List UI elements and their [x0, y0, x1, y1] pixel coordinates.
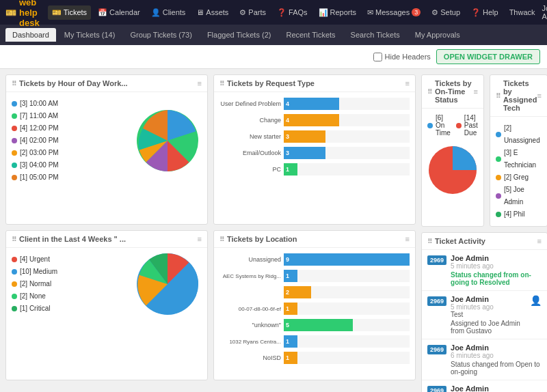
widget-hour-of-day: ⠿ Tickets by Hour of Day Work... ≡ [3] 1…: [5, 74, 208, 225]
legend-item: [7] 11:00 AM: [12, 110, 128, 122]
nav-thwack[interactable]: Thwack: [505, 5, 539, 19]
request-type-chart: User Defined Problem 4 Change 4 New star…: [214, 92, 415, 185]
subnav-my-approvals[interactable]: My Approvals: [408, 28, 467, 42]
legend-item: [2] 03:00 PM: [12, 147, 128, 159]
nav-setup[interactable]: ⚙ Setup: [427, 5, 464, 20]
widget-menu-icon[interactable]: ≡: [473, 87, 477, 96]
hide-headers-label[interactable]: Hide Headers: [373, 53, 431, 61]
nav-tickets[interactable]: 🎫 Tickets: [48, 5, 91, 20]
hour-of-day-pie: [133, 98, 202, 184]
nav-calendar[interactable]: 📅 Calendar: [94, 5, 144, 20]
subnav-my-tickets[interactable]: My Tickets (14): [57, 28, 122, 42]
legend-item: [4] Urgent: [12, 253, 128, 266]
widget-menu-icon[interactable]: ≡: [537, 92, 541, 100]
legend-item: [1] Critical: [12, 303, 128, 315]
location-chart: Unassigned 9 AEC Systems by Ridg... 1: [214, 248, 415, 374]
widget-request-type: ⠿ Tickets by Request Type ≡ User Defined…: [213, 74, 416, 225]
bar-row: AEC Systems by Ridg... 1: [219, 270, 410, 282]
ticket-badge[interactable]: 2969: [427, 345, 446, 354]
activity-user: Joe Admin: [451, 295, 526, 303]
brand-logo: 🎫 web help desk: [5, 0, 40, 28]
activity-content: Joe Admin 5 minutes ago Test Assigned to…: [451, 295, 526, 335]
subnav-search-tickets[interactable]: Search Tickets: [344, 28, 407, 42]
person-icon: 👤: [530, 295, 542, 306]
activity-content: Joe Admin 6 minutes ago Priority changed…: [451, 384, 542, 392]
subnav-group-tickets[interactable]: Group Tickets (73): [123, 28, 198, 42]
bar-row: PC 1: [219, 163, 410, 176]
legend-item: [6] On Time: [427, 114, 451, 137]
subnav-recent-tickets[interactable]: Recent Tickets: [279, 28, 342, 42]
clients-icon: 👤: [151, 8, 161, 17]
nav-assets[interactable]: 🖥 Assets: [192, 5, 232, 19]
ticket-badge[interactable]: 2969: [427, 386, 446, 392]
widget-client-header: ⠿ Client in the Last 4 Weeks " ... ≡: [6, 231, 207, 248]
on-time-chart-area: [6] On Time [14] Past Due: [422, 109, 483, 199]
widget-menu-icon[interactable]: ≡: [198, 79, 202, 87]
legend-item: [2] Unassigned: [496, 122, 542, 147]
activity-user: Joe Admin: [451, 344, 542, 352]
bar-row: 1032 Ryans Centra... 1: [219, 335, 410, 348]
legend-item: [4] 12:00 PM: [12, 122, 128, 135]
widget-menu-icon[interactable]: ≡: [405, 79, 410, 87]
drag-handle-icon[interactable]: ⠿: [496, 92, 501, 100]
client-pie: [133, 253, 202, 315]
main-content: ⠿ Tickets by Hour of Day Work... ≡ [3] 1…: [0, 69, 547, 392]
subnav-dashboard[interactable]: Dashboard: [5, 28, 56, 42]
assets-icon: 🖥: [196, 8, 204, 16]
widget-menu-icon[interactable]: ≡: [405, 235, 410, 243]
activity-item: 2969 Joe Admin 5 minutes ago Test Assign…: [422, 291, 547, 339]
ticket-activity-header: ⠿ Ticket Activity ≡: [422, 233, 547, 250]
messages-icon: ✉: [367, 8, 373, 17]
widget-assigned-tech-title: Tickets by Assigned Tech: [503, 79, 537, 112]
user-label: Joe Admin: [542, 4, 547, 20]
bar-row: Email/Outlook 3: [219, 147, 410, 159]
drag-handle-icon[interactable]: ⠿: [12, 80, 16, 87]
legend-item: [4] 02:00 PM: [12, 135, 128, 147]
reports-icon: 📊: [319, 8, 328, 17]
nav-help[interactable]: ❓ Help: [467, 5, 503, 20]
ticket-badge[interactable]: 2969: [427, 296, 446, 306]
nav-messages[interactable]: ✉ Messages 3: [363, 5, 425, 20]
assigned-tech-chart: [2] Unassigned [3] E Technician [2] Greg…: [490, 117, 547, 226]
nav-parts[interactable]: ⚙ Parts: [235, 5, 270, 20]
nav-reports[interactable]: 📊 Reports: [315, 5, 361, 20]
top-row: ⠿ Tickets by Hour of Day Work... ≡ [3] 1…: [5, 74, 416, 225]
activity-list: 2969 Joe Admin 5 minutes ago Status chan…: [422, 250, 547, 392]
widget-request-type-header: ⠿ Tickets by Request Type ≡: [214, 75, 415, 92]
open-widget-drawer-button[interactable]: OPEN WIDGET DRAWER: [436, 49, 540, 64]
activity-item: 2969 Joe Admin 5 minutes ago Status chan…: [422, 250, 547, 291]
activity-time: 5 minutes ago: [451, 262, 542, 270]
widget-menu-icon[interactable]: ≡: [198, 235, 202, 243]
legend-item: [10] Medium: [12, 266, 128, 278]
widget-on-time-header: ⠿ Tickets by On-Time Status ≡: [422, 75, 483, 109]
nav-faqs[interactable]: ❓ FAQs: [273, 5, 312, 20]
hour-of-day-chart-area: [3] 10:00 AM [7] 11:00 AM [4] 12:00 PM […: [6, 92, 207, 189]
hour-of-day-legend: [3] 10:00 AM [7] 11:00 AM [4] 12:00 PM […: [12, 98, 128, 184]
top-right-row: ⠿ Tickets by On-Time Status ≡ [6] On Tim…: [421, 74, 547, 227]
bar-row: New starter 3: [219, 130, 410, 143]
activity-time: 6 minutes ago: [451, 352, 542, 359]
bar-row: User Defined Problem 4: [219, 98, 410, 110]
tickets-icon: 🎫: [52, 8, 62, 17]
bar-row: "unknown" 5: [219, 319, 410, 331]
activity-content: Joe Admin 5 minutes ago Status changed f…: [451, 254, 542, 286]
nav-clients[interactable]: 👤 Clients: [147, 5, 190, 20]
bar-row: Change 4: [219, 114, 410, 126]
drag-handle-icon[interactable]: ⠿: [12, 236, 16, 243]
client-chart-area: [4] Urgent [10] Medium [2] Normal [2] No…: [6, 248, 207, 320]
help-icon: ❓: [471, 8, 481, 17]
activity-description: Status changed from Open to on-going: [451, 361, 542, 376]
drag-handle-icon[interactable]: ⠿: [427, 238, 432, 245]
brand-name: web help desk: [19, 0, 40, 28]
widget-on-time-status: ⠿ Tickets by On-Time Status ≡ [6] On Tim…: [421, 74, 484, 227]
activity-item: 2969 Joe Admin 6 minutes ago Priority ch…: [422, 380, 547, 392]
widget-location: ⠿ Tickets by Location ≡ Unassigned 9 AEC…: [213, 230, 416, 380]
widget-menu-icon[interactable]: ≡: [537, 237, 541, 245]
ticket-badge[interactable]: 2969: [427, 255, 446, 265]
drag-handle-icon[interactable]: ⠿: [427, 88, 432, 96]
drag-handle-icon[interactable]: ⠿: [219, 236, 224, 243]
drag-handle-icon[interactable]: ⠿: [219, 80, 224, 87]
subnav-flagged-tickets[interactable]: Flagged Tickets (2): [200, 28, 278, 42]
hide-headers-checkbox[interactable]: [373, 53, 382, 61]
widget-request-type-title: Tickets by Request Type: [227, 79, 315, 87]
